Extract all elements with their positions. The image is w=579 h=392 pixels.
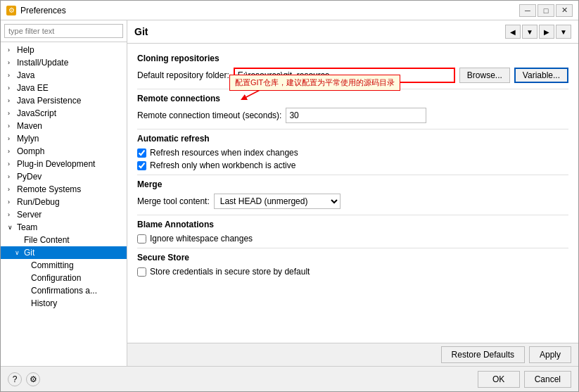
sidebar-item-label: Java Persistence	[17, 96, 81, 106]
forward-button[interactable]: ▶	[539, 25, 554, 39]
sidebar-item-label: History	[31, 298, 57, 308]
sidebar-item-label: Remote Systems	[17, 184, 81, 194]
refresh-index-checkbox[interactable]	[137, 148, 146, 158]
panel-footer: Restore Defaults Apply	[127, 343, 578, 366]
timeout-input[interactable]	[286, 108, 426, 123]
timeout-label: Remote connection timeout (seconds):	[137, 110, 281, 120]
chevron-right-icon: ›	[8, 135, 15, 142]
preferences-window: ⚙ Preferences ─ □ ✕ › Help › Instal	[0, 0, 579, 392]
merge-tool-dropdown[interactable]: Last HEAD (unmerged) Working Tree Pre-me…	[214, 194, 341, 209]
forward-dropdown-button[interactable]: ▼	[556, 25, 571, 39]
sidebar-item-label: Maven	[17, 121, 42, 131]
chevron-right-icon: ›	[8, 122, 15, 129]
section-remote-title: Remote connections	[137, 94, 568, 103]
chevron-right-icon: ›	[8, 59, 15, 66]
cancel-button[interactable]: Cancel	[524, 371, 571, 388]
ok-cancel-buttons: OK Cancel	[478, 371, 571, 388]
settings-icon-button[interactable]: ⚙	[26, 372, 40, 386]
sidebar-item-team[interactable]: ∨ Team	[1, 221, 127, 234]
default-repo-row: Default repository folder: Browse... Var…	[137, 68, 568, 83]
refresh-index-row: Refresh resources when index changes	[137, 148, 568, 158]
sidebar-item-git[interactable]: ∨ Git	[1, 246, 127, 259]
sidebar-item-label: Server	[17, 210, 42, 220]
sidebar-item-help[interactable]: › Help	[1, 44, 127, 56]
sidebar-item-install-update[interactable]: › Install/Update	[1, 56, 127, 69]
window-title: Preferences	[20, 6, 66, 15]
window-controls: ─ □ ✕	[519, 4, 573, 17]
section-cloning-title: Cloning repositories	[137, 53, 568, 63]
panel-title: Git	[134, 26, 148, 37]
sidebar-item-java-ee[interactable]: › Java EE	[1, 82, 127, 94]
sidebar-item-committing[interactable]: Committing	[1, 259, 127, 272]
sidebar-item-label: Run/Debug	[17, 197, 60, 207]
refresh-workbench-label: Refresh only when workbench is active	[150, 160, 295, 170]
sidebar-item-label: Committing	[31, 260, 74, 270]
sidebar-item-label: Help	[17, 45, 34, 55]
sidebar-item-label: Java	[17, 70, 34, 80]
sidebar-item-javascript[interactable]: › JavaScript	[1, 107, 127, 120]
sidebar-item-remote-systems[interactable]: › Remote Systems	[1, 183, 127, 196]
nav-buttons: ◀ ▼ ▶ ▼	[505, 25, 571, 39]
sidebar: › Help › Install/Update › Java › Java EE…	[1, 20, 127, 366]
sidebar-item-label: Oomph	[17, 146, 44, 156]
sidebar-item-file-content[interactable]: File Content	[1, 234, 127, 246]
refresh-workbench-checkbox[interactable]	[137, 161, 146, 170]
sidebar-item-run-debug[interactable]: › Run/Debug	[1, 196, 127, 208]
sidebar-item-java-persistence[interactable]: › Java Persistence	[1, 94, 127, 107]
help-button[interactable]: ?	[8, 372, 22, 386]
sidebar-item-label: Java EE	[17, 83, 49, 93]
chevron-right-icon: ›	[8, 72, 15, 79]
sidebar-item-confirmations[interactable]: Confirmations a...	[1, 284, 127, 297]
blame-whitespace-checkbox[interactable]	[137, 234, 146, 244]
minimize-button[interactable]: ─	[519, 4, 536, 17]
sidebar-item-history[interactable]: History	[1, 297, 127, 310]
secure-store-label: Store credentials in secure store by def…	[150, 267, 310, 277]
chevron-right-icon: ›	[8, 110, 15, 117]
sidebar-item-oomph[interactable]: › Oomph	[1, 145, 127, 158]
chevron-right-icon: ›	[8, 160, 15, 167]
sidebar-item-mylyn[interactable]: › Mylyn	[1, 132, 127, 145]
app-icon: ⚙	[6, 6, 16, 15]
sidebar-item-plug-in-development[interactable]: › Plug-in Development	[1, 158, 127, 170]
main-panel: Git ◀ ▼ ▶ ▼ 配置GIT仓库，建议配置为平常使用的源码目录	[127, 20, 578, 366]
chevron-down-icon: ∨	[8, 224, 15, 231]
chevron-right-icon: ›	[8, 84, 15, 91]
sidebar-item-server[interactable]: › Server	[1, 208, 127, 221]
browse-button[interactable]: Browse...	[459, 68, 510, 83]
sidebar-item-label: Mylyn	[17, 134, 39, 144]
sidebar-item-label: PyDev	[17, 172, 42, 182]
secure-store-checkbox[interactable]	[137, 267, 146, 277]
refresh-workbench-row: Refresh only when workbench is active	[137, 160, 568, 170]
restore-defaults-button[interactable]: Restore Defaults	[441, 346, 525, 363]
main-content-area: › Help › Install/Update › Java › Java EE…	[1, 20, 578, 366]
sidebar-item-configuration[interactable]: Configuration	[1, 272, 127, 284]
settings-content: 配置GIT仓库，建议配置为平常使用的源码目录 Cloning repositor…	[127, 44, 578, 343]
sidebar-item-label: File Content	[24, 235, 70, 245]
chevron-right-icon: ›	[8, 148, 15, 155]
section-refresh-title: Automatic refresh	[137, 134, 568, 144]
variable-button[interactable]: Variable...	[514, 68, 568, 83]
chevron-right-icon: ›	[8, 46, 15, 53]
help-icons: ? ⚙	[8, 372, 40, 386]
close-button[interactable]: ✕	[556, 4, 573, 17]
apply-button[interactable]: Apply	[529, 346, 571, 363]
chevron-right-icon: ›	[8, 173, 15, 180]
repo-folder-label: Default repository folder:	[137, 70, 229, 80]
title-bar: ⚙ Preferences ─ □ ✕	[1, 1, 578, 20]
repo-folder-input[interactable]	[234, 68, 455, 83]
merge-tool-row: Merge tool content: Last HEAD (unmerged)…	[137, 194, 568, 209]
sidebar-item-maven[interactable]: › Maven	[1, 120, 127, 132]
dropdown-nav-button[interactable]: ▼	[522, 25, 537, 39]
chevron-right-icon: ›	[8, 186, 15, 193]
sidebar-item-label: Confirmations a...	[31, 286, 97, 296]
back-button[interactable]: ◀	[505, 25, 521, 39]
secure-store-row: Store credentials in secure store by def…	[137, 267, 568, 277]
filter-input[interactable]	[4, 24, 123, 38]
chevron-right-icon: ›	[8, 211, 15, 218]
sidebar-item-java[interactable]: › Java	[1, 69, 127, 82]
sidebar-item-pydev[interactable]: › PyDev	[1, 170, 127, 183]
ok-button[interactable]: OK	[478, 371, 520, 388]
maximize-button[interactable]: □	[537, 4, 554, 17]
main-header: Git ◀ ▼ ▶ ▼	[127, 20, 578, 44]
chevron-right-icon: ›	[8, 97, 15, 104]
